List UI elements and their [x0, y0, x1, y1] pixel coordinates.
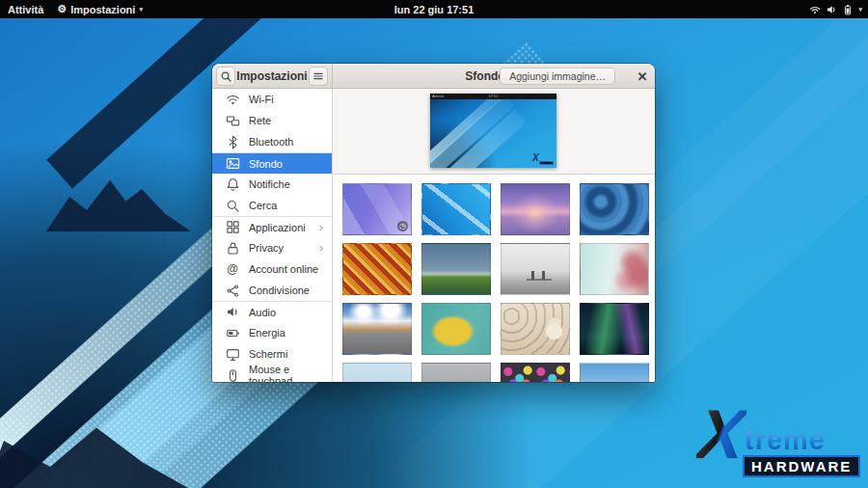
settings-window: Impostazioni Sfondo Aggiungi immagine… ✕… — [212, 64, 655, 382]
gear-icon: ⚙ — [57, 4, 67, 14]
sidebar-item-rete[interactable]: Rete — [212, 110, 332, 131]
preview-logo-x: X — [532, 152, 539, 163]
system-status-area[interactable]: ▾ — [809, 4, 862, 15]
sidebar-item-wifi[interactable]: Wi-Fi — [212, 89, 332, 110]
search-icon — [225, 198, 240, 213]
sidebar-item-label: Bluetooth — [249, 136, 293, 148]
logo-treme-text: treme — [745, 424, 826, 456]
preview-wallpaper: X — [430, 99, 556, 168]
network-icon — [225, 113, 240, 128]
menu-button[interactable] — [309, 67, 328, 86]
sidebar-item-label: Condivisione — [249, 285, 310, 296]
sidebar-item-label: Cerca — [249, 200, 277, 211]
desktop-preview: Attività 17:51 ·· X — [430, 94, 556, 168]
sidebar-item-label: Applicazioni — [249, 222, 306, 233]
clock-button[interactable]: lun 22 giu 17:51 — [394, 4, 475, 15]
bluetooth-icon — [225, 134, 240, 149]
sidebar-item-label: Wi-Fi — [249, 94, 274, 105]
preview-logo: X — [532, 155, 554, 165]
speaker-icon — [225, 305, 240, 320]
sidebar-item-condivisione[interactable]: Condivisione — [212, 280, 332, 301]
xtreme-hardware-logo: X treme HARDWARE — [698, 413, 862, 482]
battery-icon — [842, 4, 854, 15]
wallpaper-gray-clouds[interactable] — [421, 363, 491, 382]
wallpaper-blue-chains[interactable] — [580, 183, 649, 235]
close-button[interactable]: ✕ — [634, 68, 651, 85]
sidebar-item-audio[interactable]: Audio — [212, 301, 332, 322]
apps-grid-icon — [225, 220, 240, 235]
sidebar-item-cerca[interactable]: Cerca — [212, 195, 332, 216]
sidebar-item-schermi[interactable]: Schermi — [212, 343, 332, 365]
slideshow-emblem-icon: ◷ — [397, 221, 408, 231]
sidebar-item-energia[interactable]: Energia — [212, 322, 332, 343]
sidebar-item-label: Notifiche — [249, 178, 290, 190]
lock-icon — [225, 240, 240, 256]
wallpaper-desert-road[interactable] — [342, 303, 412, 355]
wallpaper-aurora-borealis[interactable] — [580, 303, 649, 355]
chevron-right-icon: › — [319, 221, 323, 234]
sidebar-item-applicazioni[interactable]: Applicazioni › — [212, 216, 332, 237]
gnome-top-bar: Attività ⚙ Impostazioni ▾ lun 22 giu 17:… — [0, 0, 868, 18]
wallpaper-green-field-sky[interactable] — [421, 243, 491, 295]
add-image-button[interactable]: Aggiungi immagine… — [500, 68, 615, 85]
sidebar-item-label: Schermi — [249, 348, 287, 360]
background-panel: Attività 17:51 ·· X ◷ — [333, 89, 655, 382]
sidebar-item-mouse-touchpad[interactable]: Mouse e touchpad — [212, 365, 332, 382]
at-icon: @ — [225, 261, 240, 277]
sidebar-item-label: Energia — [249, 327, 285, 339]
wallpaper-orange-woven-fabric[interactable] — [342, 243, 412, 295]
wifi-icon — [809, 4, 821, 15]
logo-x-glyph: X — [694, 399, 748, 469]
wallpaper-blue-crystal-stripes[interactable] — [421, 183, 491, 235]
app-menu-label: Impostazioni — [70, 4, 135, 15]
bell-icon — [225, 176, 240, 192]
preview-logo-bar — [539, 161, 554, 165]
chevron-right-icon: › — [319, 241, 323, 255]
wallpaper-yellow-frog[interactable] — [421, 303, 491, 355]
app-menu-button[interactable]: ⚙ Impostazioni ▾ — [57, 4, 143, 15]
wallpaper-zen-sand-stones[interactable] — [501, 303, 570, 355]
wallpaper-blue-sky-clouds[interactable] — [580, 363, 649, 382]
share-icon — [225, 283, 240, 298]
sidebar-item-label: Mouse e touchpad — [249, 364, 332, 382]
activities-button[interactable]: Attività — [8, 4, 43, 15]
sidebar-item-bluetooth[interactable]: Bluetooth — [212, 131, 332, 152]
wallpaper-candy-colors[interactable] — [501, 363, 570, 382]
volume-icon — [826, 4, 837, 15]
settings-sidebar: Wi-Fi Rete Bluetooth Sfondo Notifiche Ce… — [212, 89, 333, 382]
wallpaper-cherry-blossom[interactable] — [580, 243, 649, 295]
wifi-icon — [225, 92, 240, 107]
wallpaper-geometric-adwaita[interactable]: ◷ — [342, 183, 412, 235]
wallpaper-foggy-pier[interactable] — [501, 243, 570, 295]
current-wallpaper-preview-area: Attività 17:51 ·· X — [333, 89, 655, 175]
caret-down-icon: ▾ — [858, 6, 862, 14]
logo-hardware-text: HARDWARE — [743, 455, 860, 477]
sidebar-item-label: Sfondo — [249, 158, 283, 170]
sidebar-item-notifiche[interactable]: Notifiche — [212, 174, 332, 195]
wallpaper-grid: ◷ — [333, 175, 655, 382]
search-button[interactable] — [216, 67, 235, 86]
search-icon — [220, 70, 232, 83]
sidebar-item-label: Audio — [249, 307, 276, 318]
image-icon — [225, 156, 240, 172]
sidebar-item-label: Account online — [249, 263, 318, 275]
window-app-title: Impostazioni — [236, 64, 307, 89]
wallpaper-winter-purple-sunset[interactable] — [501, 183, 570, 235]
sidebar-item-privacy[interactable]: Privacy › — [212, 237, 332, 258]
sidebar-item-sfondo[interactable]: Sfondo — [212, 152, 332, 174]
header-bar: Impostazioni Sfondo Aggiungi immagine… ✕ — [212, 64, 655, 89]
battery-icon — [225, 325, 240, 340]
wallpaper-hazy-skyline[interactable] — [342, 363, 412, 382]
sidebar-item-label: Rete — [249, 115, 271, 126]
mouse-icon — [225, 367, 240, 382]
sidebar-item-label: Privacy — [249, 242, 284, 254]
hamburger-icon — [312, 70, 324, 82]
sidebar-item-account-online[interactable]: @ Account online — [212, 258, 332, 280]
caret-down-icon: ▾ — [139, 6, 143, 14]
display-icon — [225, 346, 240, 362]
